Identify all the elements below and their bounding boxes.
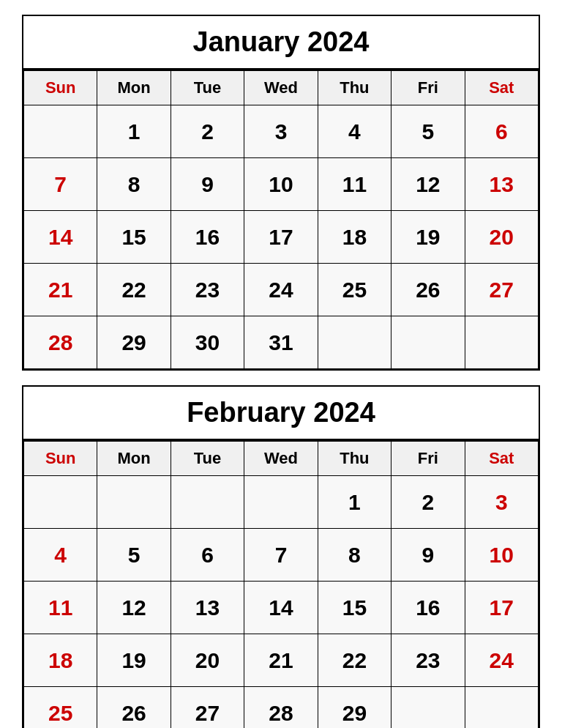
table-row: 11121314151617 — [24, 582, 539, 634]
feb-header-sat: Sat — [465, 442, 538, 476]
table-row: 18192021222324 — [24, 634, 539, 687]
list-item: 15 — [318, 582, 391, 634]
feb-header-thu: Thu — [318, 442, 391, 476]
list-item: 18 — [24, 634, 97, 687]
list-item: 29 — [97, 316, 171, 369]
list-item — [171, 476, 244, 529]
jan-header-mon: Mon — [97, 71, 171, 105]
february-title: February 2024 — [23, 387, 539, 441]
list-item: 13 — [465, 158, 538, 211]
list-item: 20 — [171, 634, 244, 687]
list-item: 24 — [244, 264, 318, 316]
january-calendar: January 2024 Sun Mon Tue Wed Thu Fri Sat… — [22, 15, 540, 371]
list-item: 28 — [24, 316, 97, 369]
list-item: 15 — [97, 211, 171, 264]
list-item — [318, 316, 391, 369]
jan-header-tue: Tue — [171, 71, 244, 105]
list-item: 7 — [24, 158, 97, 211]
list-item: 10 — [465, 529, 538, 582]
jan-header-thu: Thu — [318, 71, 391, 105]
table-row: 21222324252627 — [24, 264, 539, 316]
list-item — [465, 316, 538, 369]
list-item: 21 — [24, 264, 97, 316]
table-row: 45678910 — [24, 529, 539, 582]
list-item: 23 — [171, 264, 244, 316]
february-grid: Sun Mon Tue Wed Thu Fri Sat 123456789101… — [23, 441, 539, 728]
list-item — [97, 476, 171, 529]
list-item: 25 — [318, 264, 391, 316]
list-item: 2 — [171, 105, 244, 158]
list-item: 14 — [24, 211, 97, 264]
list-item: 22 — [97, 264, 171, 316]
list-item: 12 — [97, 582, 171, 634]
list-item: 3 — [465, 476, 538, 529]
list-item — [465, 687, 538, 729]
calendar-container: January 2024 Sun Mon Tue Wed Thu Fri Sat… — [22, 15, 540, 728]
jan-header-sat: Sat — [465, 71, 538, 105]
list-item: 8 — [97, 158, 171, 211]
january-header-row: Sun Mon Tue Wed Thu Fri Sat — [24, 71, 539, 105]
list-item: 19 — [391, 211, 465, 264]
list-item: 9 — [391, 529, 465, 582]
january-grid: Sun Mon Tue Wed Thu Fri Sat 123456789101… — [23, 70, 539, 369]
list-item: 6 — [465, 105, 538, 158]
february-header-row: Sun Mon Tue Wed Thu Fri Sat — [24, 442, 539, 476]
list-item: 27 — [465, 264, 538, 316]
jan-header-wed: Wed — [244, 71, 318, 105]
table-row: 28293031 — [24, 316, 539, 369]
list-item: 2 — [391, 476, 465, 529]
list-item: 17 — [465, 582, 538, 634]
list-item — [391, 687, 465, 729]
feb-header-mon: Mon — [97, 442, 171, 476]
january-title: January 2024 — [23, 16, 539, 70]
list-item: 10 — [244, 158, 318, 211]
list-item: 31 — [244, 316, 318, 369]
list-item: 11 — [318, 158, 391, 211]
list-item — [24, 476, 97, 529]
list-item: 18 — [318, 211, 391, 264]
list-item: 19 — [97, 634, 171, 687]
list-item: 29 — [318, 687, 391, 729]
feb-header-fri: Fri — [391, 442, 465, 476]
list-item: 3 — [244, 105, 318, 158]
list-item: 22 — [318, 634, 391, 687]
table-row: 123456 — [24, 105, 539, 158]
february-calendar: February 2024 Sun Mon Tue Wed Thu Fri Sa… — [22, 385, 540, 728]
list-item: 8 — [318, 529, 391, 582]
list-item: 20 — [465, 211, 538, 264]
list-item — [24, 105, 97, 158]
feb-header-tue: Tue — [171, 442, 244, 476]
list-item: 23 — [391, 634, 465, 687]
table-row: 123 — [24, 476, 539, 529]
feb-header-sun: Sun — [24, 442, 97, 476]
list-item — [244, 476, 318, 529]
list-item: 28 — [244, 687, 318, 729]
list-item: 1 — [97, 105, 171, 158]
list-item: 21 — [244, 634, 318, 687]
list-item: 13 — [171, 582, 244, 634]
table-row: 78910111213 — [24, 158, 539, 211]
list-item: 27 — [171, 687, 244, 729]
list-item: 30 — [171, 316, 244, 369]
list-item: 12 — [391, 158, 465, 211]
list-item: 14 — [244, 582, 318, 634]
list-item: 26 — [391, 264, 465, 316]
feb-header-wed: Wed — [244, 442, 318, 476]
list-item: 4 — [24, 529, 97, 582]
list-item: 5 — [391, 105, 465, 158]
table-row: 14151617181920 — [24, 211, 539, 264]
list-item: 9 — [171, 158, 244, 211]
list-item — [391, 316, 465, 369]
list-item: 1 — [318, 476, 391, 529]
list-item: 16 — [391, 582, 465, 634]
list-item: 17 — [244, 211, 318, 264]
jan-header-fri: Fri — [391, 71, 465, 105]
list-item: 25 — [24, 687, 97, 729]
list-item: 7 — [244, 529, 318, 582]
jan-header-sun: Sun — [24, 71, 97, 105]
list-item: 4 — [318, 105, 391, 158]
list-item: 5 — [97, 529, 171, 582]
list-item: 16 — [171, 211, 244, 264]
list-item: 24 — [465, 634, 538, 687]
list-item: 26 — [97, 687, 171, 729]
